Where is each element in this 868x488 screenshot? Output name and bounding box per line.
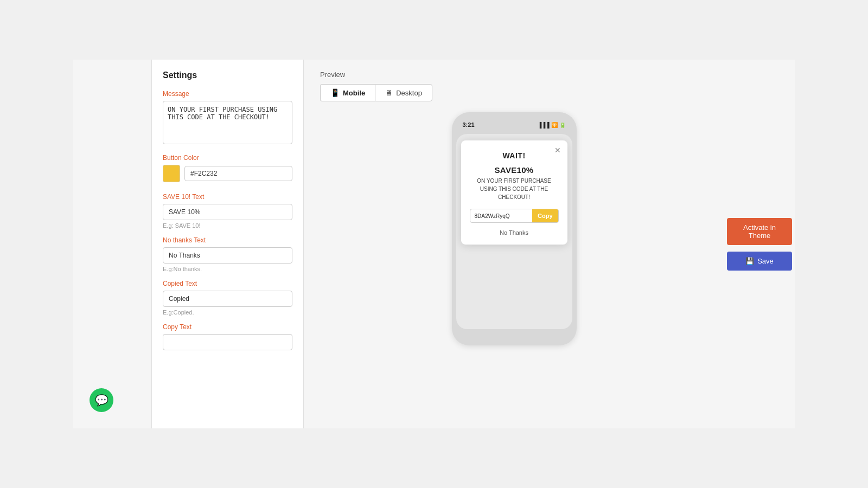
button-color-label: Button Color — [163, 154, 292, 162]
mobile-icon: 📱 — [330, 88, 340, 97]
popup-no-thanks: No Thanks — [470, 229, 559, 236]
message-label: Message — [163, 90, 292, 98]
popup-copy-button[interactable]: Copy — [532, 209, 558, 222]
phone-status-icons: ▐▐▐ 🛜 🔋 — [538, 122, 565, 128]
copied-label: Copied Text — [163, 280, 292, 287]
copy-text-input[interactable] — [163, 334, 292, 350]
message-textarea[interactable]: ON YOUR FIRST PURCHASE USING THIS CODE A… — [163, 101, 292, 144]
save-icon: 💾 — [745, 257, 754, 265]
signal-icon: ▐▐▐ — [538, 122, 549, 128]
phone-time: 3:21 — [463, 121, 475, 128]
popup-code-row: 8DA2WzRyqQ Copy — [470, 209, 559, 223]
no-thanks-label: No thanks Text — [163, 236, 292, 244]
phone-mockup: 3:21 ▐▐▐ 🛜 🔋 ✕ WAIT! SAVE10% — [452, 112, 577, 345]
phone-container: 3:21 ▐▐▐ 🛜 🔋 ✕ WAIT! SAVE10% — [320, 112, 708, 418]
popup-close-button[interactable]: ✕ — [554, 146, 561, 155]
desktop-icon: 🖥 — [385, 88, 393, 97]
popup-code: 8DA2WzRyqQ — [470, 210, 533, 222]
copied-input[interactable] — [163, 291, 292, 307]
save-label: Save — [757, 257, 774, 265]
phone-status-bar: 3:21 ▐▐▐ 🛜 🔋 — [456, 119, 572, 131]
color-swatch[interactable] — [163, 165, 180, 182]
preview-label: Preview — [320, 70, 708, 79]
popup-body-text: ON YOUR FIRST PURCHASE USING THIS CODE A… — [470, 177, 559, 201]
popup-save-text: SAVE10% — [470, 165, 559, 175]
desktop-tab[interactable]: 🖥 Desktop — [375, 84, 432, 101]
settings-title: Settings — [163, 70, 292, 80]
preview-panel: Preview 📱 Mobile 🖥 Desktop 3:21 ▐▐▐ 🛜 🔋 — [304, 60, 724, 428]
copied-hint: E.g:Copied. — [163, 309, 292, 316]
sidebar-left — [73, 60, 152, 428]
wifi-icon: 🛜 — [551, 122, 558, 128]
settings-panel: Settings Message ON YOUR FIRST PURCHASE … — [152, 60, 304, 428]
phone-screen-inner: ✕ WAIT! SAVE10% ON YOUR FIRST PURCHASE U… — [456, 134, 572, 329]
popup-modal: ✕ WAIT! SAVE10% ON YOUR FIRST PURCHASE U… — [461, 140, 567, 245]
mobile-tab[interactable]: 📱 Mobile — [320, 84, 375, 101]
preview-tabs: 📱 Mobile 🖥 Desktop — [320, 84, 708, 101]
right-actions: Activate in Theme 💾 Save — [724, 60, 795, 428]
battery-icon: 🔋 — [559, 122, 566, 128]
save-button[interactable]: 💾 Save — [727, 252, 792, 271]
no-thanks-input[interactable] — [163, 247, 292, 264]
popup-title: WAIT! — [470, 151, 559, 160]
no-thanks-hint: E.g:No thanks. — [163, 266, 292, 272]
chat-bubble[interactable]: 💬 — [90, 388, 113, 412]
activate-theme-button[interactable]: Activate in Theme — [727, 218, 792, 245]
save10-label: SAVE 10! Text — [163, 193, 292, 201]
mobile-tab-label: Mobile — [343, 89, 365, 97]
phone-screen: ✕ WAIT! SAVE10% ON YOUR FIRST PURCHASE U… — [456, 134, 572, 329]
copy-text-label: Copy Text — [163, 323, 292, 331]
color-hex-input[interactable] — [184, 166, 292, 181]
chat-icon: 💬 — [95, 394, 108, 407]
save10-input[interactable] — [163, 204, 292, 220]
desktop-tab-label: Desktop — [396, 89, 422, 97]
save10-hint: E.g: SAVE 10! — [163, 222, 292, 229]
